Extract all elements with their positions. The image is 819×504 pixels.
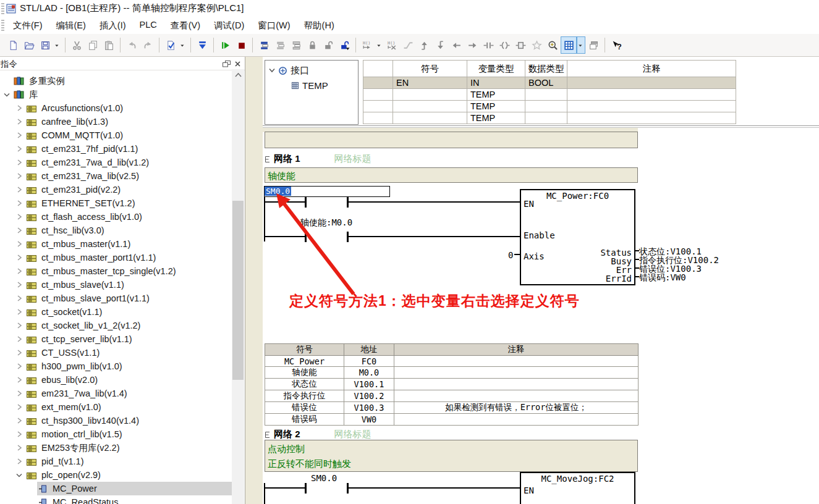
symbol-cell[interactable]: 错误码 — [265, 414, 344, 426]
menu-item-3[interactable]: 插入(I) — [93, 18, 133, 33]
chevron-right-icon[interactable] — [14, 200, 25, 206]
interface-temp-row[interactable]: TEMP — [265, 78, 358, 93]
symbol-cell[interactable] — [394, 367, 639, 379]
tree-item-ct_tcp_server_lib-v1-1-[interactable]: ct_tcp_server_lib(v1.1) — [0, 332, 232, 346]
sidebar-scrollbar[interactable] — [232, 69, 244, 504]
mc-movejog-block[interactable]: MC_MoveJog:FC2 EN — [520, 472, 635, 504]
mc-power-block[interactable]: MC_Power:FC0 EN Enable Axis Status Busy … — [520, 189, 635, 285]
tree-item-content[interactable]: ct_em231_pid(v2.2) — [25, 183, 232, 196]
chevron-right-icon[interactable] — [14, 146, 25, 152]
tree-item-ct_flash_access_lib-v1-0-[interactable]: ct_flash_access_lib(v1.0) — [0, 210, 232, 224]
symbol-cell[interactable]: 指令执行位 — [265, 390, 344, 402]
paste-icon[interactable] — [101, 36, 117, 54]
chevron-right-icon[interactable] — [14, 268, 25, 274]
tree-item-comm_mqtt-v1-0-[interactable]: COMM_MQTT(v1.0) — [0, 128, 232, 142]
chevron-right-icon[interactable] — [14, 309, 25, 315]
var-cell[interactable]: TEMP — [467, 89, 525, 101]
undo-icon[interactable] — [124, 36, 140, 54]
chevron-right-icon[interactable] — [14, 295, 25, 301]
var-cell[interactable] — [393, 101, 467, 112]
symbol-cell[interactable] — [394, 379, 639, 390]
chevron-right-icon[interactable] — [14, 187, 25, 193]
contact-bar[interactable] — [347, 483, 349, 494]
var-cell[interactable]: TEMP — [467, 101, 525, 112]
menu-item-4[interactable]: PLC — [133, 18, 164, 33]
delete-branch-icon[interactable]: H() — [384, 36, 400, 54]
network1-header[interactable]: 网络 1 网络标题 — [265, 153, 371, 166]
pane-splitter-line[interactable] — [263, 125, 819, 126]
copy-icon[interactable] — [85, 36, 101, 54]
tree-item-ct_uss-v1-1-[interactable]: CT_USS(v1.1) — [0, 346, 232, 359]
chevron-right-icon[interactable] — [14, 282, 25, 288]
favorites-icon[interactable] — [528, 36, 545, 54]
tree-item-content[interactable]: CT_USS(v1.1) — [25, 346, 232, 359]
stop-icon[interactable] — [233, 36, 249, 54]
network2-header[interactable]: 网络 2 网络标题 — [265, 429, 371, 441]
symbol-cell[interactable]: 错误位 — [265, 402, 344, 414]
chevron-right-icon[interactable] — [14, 404, 25, 410]
var-cell[interactable]: EN — [393, 77, 467, 89]
tree-item-plc_open-v2-9-[interactable]: plc_open(v2.9) — [0, 468, 232, 482]
tree-item-ct_em231_7wa_d_lib-v1-2-[interactable]: ct_em231_7wa_d_lib(v1.2) — [0, 156, 232, 169]
symbol-table-row[interactable]: MC_PowerFC0 — [265, 356, 639, 367]
tree-item-content[interactable]: ct_socket_lib_v1_2(v1.2) — [25, 319, 232, 332]
var-table-row[interactable]: TEMP — [363, 101, 736, 112]
chevron-down-icon[interactable] — [14, 472, 25, 478]
tree-item-content[interactable]: ct_em231_7wa_lib(v2.5) — [25, 169, 232, 183]
tree-item-ct_em231_pid-v2-2-[interactable]: ct_em231_pid(v2.2) — [0, 183, 232, 196]
var-cell[interactable]: BOOL — [525, 77, 567, 89]
var-cell[interactable] — [363, 112, 393, 124]
lock-icon[interactable] — [304, 36, 320, 54]
chevron-right-icon[interactable] — [14, 418, 25, 424]
symbol-cell[interactable]: 状态位 — [265, 379, 344, 390]
table-more-icon[interactable] — [577, 36, 585, 54]
toggle-not-icon[interactable] — [400, 36, 416, 54]
tree-item-canfree_lib-v1-3-[interactable]: canfree_lib(v1.3) — [0, 115, 232, 128]
float-panel-icon[interactable] — [223, 61, 231, 67]
tree-item-content[interactable]: ct_mbus_slave_port1(v1.1) — [25, 292, 232, 305]
chevron-down-icon[interactable] — [1, 92, 12, 98]
tree-item-ct_em231_7wa_lib-v2-5-[interactable]: ct_em231_7wa_lib(v2.5) — [0, 169, 232, 183]
open-icon[interactable] — [21, 36, 37, 54]
symbol-cell[interactable] — [394, 414, 639, 426]
save-more-icon[interactable] — [53, 36, 62, 54]
tree-item-content[interactable]: EM253专用库(v2.2) — [25, 441, 232, 455]
chevron-right-icon[interactable] — [14, 363, 25, 369]
chevron-right-icon[interactable] — [14, 322, 25, 329]
tree-item-ext_mem-v1-0-[interactable]: ext_mem(v1.0) — [0, 400, 232, 414]
tree-item-content[interactable]: plc_open(v2.9) — [25, 468, 232, 482]
symbol-cell[interactable]: 轴使能 — [265, 367, 344, 379]
tree-item-content[interactable]: ct_em231_7hf_pid(v1.1) — [25, 142, 232, 156]
var-cell[interactable] — [363, 89, 393, 101]
symbol-cell[interactable]: V100.1 — [344, 379, 394, 390]
chevron-right-icon[interactable] — [14, 173, 25, 179]
tree-item-ct_mbus_master_tcp_single-v1-2-[interactable]: ct_mbus_master_tcp_single(v1.2) — [0, 264, 232, 278]
delete-network-icon[interactable] — [272, 36, 288, 54]
chevron-right-icon[interactable] — [14, 105, 25, 111]
tree-item-content[interactable]: ext_mem(v1.0) — [25, 400, 232, 414]
compile-more-icon[interactable] — [179, 36, 187, 54]
menu-item-7[interactable]: 窗口(W) — [251, 18, 297, 33]
symbol-table-row[interactable]: 状态位V100.1 — [265, 379, 639, 390]
scroll-up-icon[interactable] — [232, 69, 244, 80]
tree-item-ct_em231_7hf_pid-v1-1-[interactable]: ct_em231_7hf_pid(v1.1) — [0, 142, 232, 156]
variable-table[interactable]: 符号变量类型数据类型注释ENINBOOLTEMPTEMPTEMP — [363, 60, 736, 124]
tree-item-content[interactable]: h300_pwm_lib(v1.0) — [25, 359, 232, 373]
symbol-table-row[interactable]: 错误码VW0 — [265, 414, 639, 426]
tree-item-ct_mbus_slave-v1-1-[interactable]: ct_mbus_slave(v1.1) — [0, 278, 232, 292]
tree-item--[interactable]: 多重实例 — [0, 74, 232, 88]
tree-item-content[interactable]: MC_Power — [37, 482, 232, 495]
tree-item-content[interactable]: ct_mbus_master_port1(v1.1) — [25, 251, 232, 264]
interface-root-row[interactable]: 接口 — [265, 63, 358, 78]
symbol-table[interactable]: 符号地址注释MC_PowerFC0轴使能M0.0状态位V100.1指令执行位V1… — [265, 343, 639, 426]
cut-icon[interactable] — [69, 36, 85, 54]
cascade-windows-icon[interactable] — [585, 36, 601, 54]
var-cell[interactable] — [567, 112, 736, 124]
unlock-icon[interactable] — [320, 36, 336, 54]
tree-item-content[interactable]: ct_tcp_server_lib(v1.1) — [25, 332, 232, 346]
tree-item-mc_readstatus[interactable]: MC_ReadStatus — [0, 495, 232, 504]
tree-item-em253-v2-2-[interactable]: EM253专用库(v2.2) — [0, 441, 232, 455]
insert-contact-icon[interactable] — [480, 36, 496, 54]
collapse-network-icon[interactable] — [265, 156, 271, 163]
var-table-row[interactable]: TEMP — [363, 89, 736, 101]
